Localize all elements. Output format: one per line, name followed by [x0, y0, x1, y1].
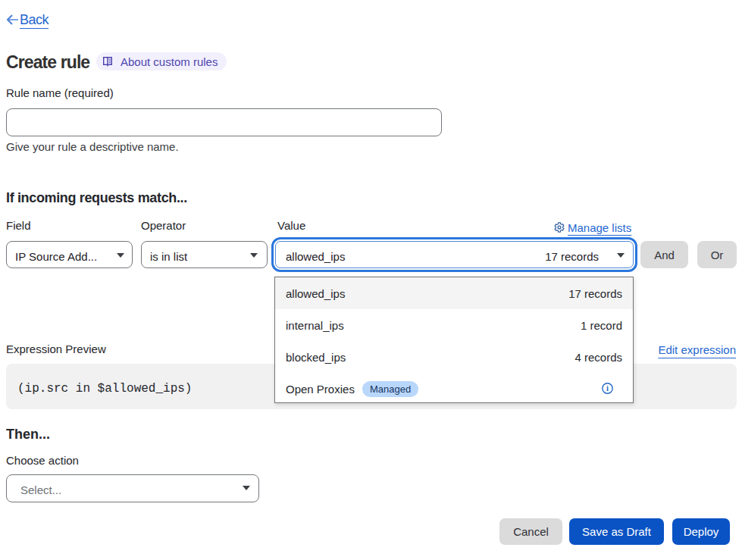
svg-text:i: i	[606, 384, 609, 393]
